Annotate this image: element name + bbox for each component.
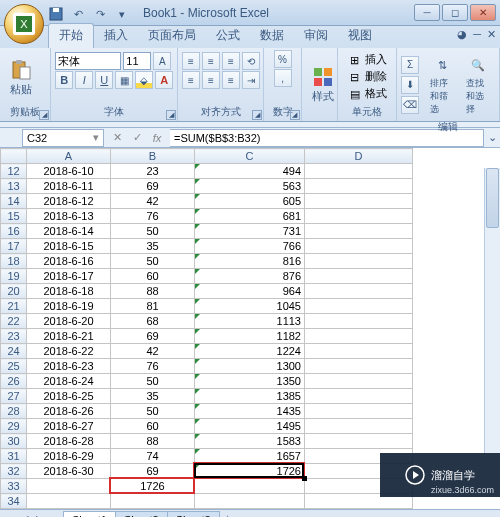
cell[interactable]: 1182	[195, 329, 305, 344]
table-row[interactable]: 282018-6-26501435	[1, 404, 413, 419]
tab-home[interactable]: 开始	[48, 23, 94, 48]
sheet-nav-next-icon[interactable]: ▶	[32, 512, 48, 518]
cell[interactable]: 2018-6-18	[27, 284, 111, 299]
cell[interactable]: 60	[111, 269, 195, 284]
col-header-c[interactable]: C	[195, 149, 305, 164]
cell[interactable]	[305, 299, 413, 314]
office-button[interactable]: X	[4, 4, 44, 44]
col-header-d[interactable]: D	[305, 149, 413, 164]
cell[interactable]: 2018-6-22	[27, 344, 111, 359]
tab-insert[interactable]: 插入	[94, 24, 138, 48]
cell[interactable]: 2018-6-14	[27, 224, 111, 239]
table-row[interactable]: 252018-6-23761300	[1, 359, 413, 374]
cell[interactable]: 731	[195, 224, 305, 239]
ribbon-close-icon[interactable]: ✕	[487, 28, 496, 41]
cell[interactable]	[305, 194, 413, 209]
sheet-nav-last-icon[interactable]: ⏭	[48, 512, 64, 518]
table-row[interactable]: 202018-6-1888964	[1, 284, 413, 299]
cell[interactable]: 69	[111, 179, 195, 194]
format-cells-icon[interactable]: ▤	[347, 86, 363, 102]
row-header[interactable]: 30	[1, 434, 27, 449]
table-row[interactable]: 312018-6-29741657	[1, 449, 413, 464]
font-color-button[interactable]: A	[155, 71, 173, 89]
close-button[interactable]: ✕	[470, 4, 496, 21]
cell[interactable]	[305, 434, 413, 449]
table-row[interactable]: 132018-6-1169563	[1, 179, 413, 194]
row-header[interactable]: 26	[1, 374, 27, 389]
tab-review[interactable]: 审阅	[294, 24, 338, 48]
sheet-tab-3[interactable]: Sheet3	[167, 511, 220, 517]
cell[interactable]: 1435	[195, 404, 305, 419]
table-row[interactable]: 232018-6-21691182	[1, 329, 413, 344]
row-header[interactable]: 25	[1, 359, 27, 374]
row-header[interactable]: 28	[1, 404, 27, 419]
cell[interactable]: 35	[111, 389, 195, 404]
table-row[interactable]: 272018-6-25351385	[1, 389, 413, 404]
cell[interactable]	[305, 374, 413, 389]
align-right-icon[interactable]: ≡	[222, 71, 240, 89]
tab-data[interactable]: 数据	[250, 24, 294, 48]
maximize-button[interactable]: ◻	[442, 4, 468, 21]
align-top-icon[interactable]: ≡	[182, 52, 200, 70]
cell[interactable]: 68	[111, 314, 195, 329]
cell[interactable]: 2018-6-17	[27, 269, 111, 284]
save-icon[interactable]	[48, 6, 64, 22]
cell[interactable]: 605	[195, 194, 305, 209]
table-row[interactable]: 162018-6-1450731	[1, 224, 413, 239]
cell[interactable]: 60	[111, 419, 195, 434]
align-center-icon[interactable]: ≡	[202, 71, 220, 89]
table-row[interactable]: 192018-6-1760876	[1, 269, 413, 284]
sheet-tab-2[interactable]: Sheet2	[115, 511, 168, 517]
row-header[interactable]: 17	[1, 239, 27, 254]
cell[interactable]: 2018-6-10	[27, 164, 111, 179]
cell[interactable]	[305, 419, 413, 434]
new-sheet-icon[interactable]: ✦	[220, 512, 236, 518]
underline-button[interactable]: U	[95, 71, 113, 89]
cell[interactable]	[27, 479, 111, 494]
cell[interactable]: 2018-6-26	[27, 404, 111, 419]
clipboard-dialog-icon[interactable]: ◢	[39, 110, 49, 120]
cell[interactable]: 69	[111, 329, 195, 344]
table-row[interactable]: 302018-6-28881583	[1, 434, 413, 449]
cell[interactable]: 1495	[195, 419, 305, 434]
fill-handle[interactable]	[302, 476, 307, 481]
cell[interactable]: 1045	[195, 299, 305, 314]
cell[interactable]: 2018-6-23	[27, 359, 111, 374]
fx-icon[interactable]: fx	[148, 129, 166, 147]
cell[interactable]	[305, 239, 413, 254]
table-row[interactable]: 212018-6-19811045	[1, 299, 413, 314]
cell[interactable]: 2018-6-11	[27, 179, 111, 194]
row-header[interactable]: 21	[1, 299, 27, 314]
sheet-tab-1[interactable]: Sheet1	[63, 511, 116, 517]
cell[interactable]: 2018-6-25	[27, 389, 111, 404]
table-row[interactable]: 331726	[1, 479, 413, 494]
cell[interactable]	[305, 254, 413, 269]
sheet-nav-first-icon[interactable]: ⏮	[0, 512, 16, 518]
cell[interactable]: 1726	[195, 464, 305, 479]
row-header[interactable]: 13	[1, 179, 27, 194]
help-icon[interactable]: ◕	[457, 28, 467, 41]
cell[interactable]	[305, 314, 413, 329]
cell[interactable]: 876	[195, 269, 305, 284]
cell[interactable]: 81	[111, 299, 195, 314]
col-header-a[interactable]: A	[27, 149, 111, 164]
cell[interactable]: 681	[195, 209, 305, 224]
cell[interactable]: 1583	[195, 434, 305, 449]
cell[interactable]: 50	[111, 404, 195, 419]
cell[interactable]	[305, 269, 413, 284]
cell[interactable]: 2018-6-13	[27, 209, 111, 224]
cell[interactable]: 2018-6-27	[27, 419, 111, 434]
cell[interactable]: 35	[111, 239, 195, 254]
cell[interactable]: 1385	[195, 389, 305, 404]
cell[interactable]	[305, 359, 413, 374]
insert-cells-icon[interactable]: ⊞	[347, 52, 363, 68]
cell[interactable]: 42	[111, 194, 195, 209]
cell[interactable]: 964	[195, 284, 305, 299]
cell[interactable]: 494	[195, 164, 305, 179]
row-header[interactable]: 27	[1, 389, 27, 404]
align-left-icon[interactable]: ≡	[182, 71, 200, 89]
cell[interactable]: 766	[195, 239, 305, 254]
cell[interactable]	[195, 494, 305, 509]
cell[interactable]	[305, 179, 413, 194]
cell[interactable]	[111, 494, 195, 509]
